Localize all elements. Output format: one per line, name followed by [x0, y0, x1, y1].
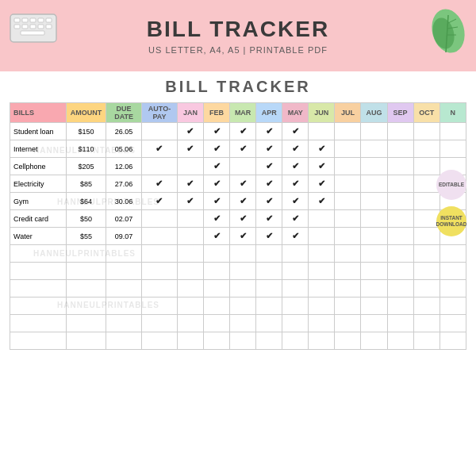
table-row: Water$5509.07✔✔✔✔ [10, 228, 466, 245]
svg-rect-9 [38, 25, 44, 29]
cell-month-may [282, 315, 309, 332]
th-jul: JUL [335, 103, 361, 123]
cell-month-jul [335, 193, 361, 210]
cell-month-feb [204, 280, 230, 298]
th-mar: MAR [230, 103, 256, 123]
cell-month-mar [230, 263, 256, 280]
cell-month-apr [256, 263, 282, 280]
cell-month-jul [335, 332, 361, 350]
cell-month-jun [309, 298, 335, 315]
cell-month-oct [413, 263, 440, 280]
cell-auto-pay [142, 245, 178, 263]
cell-month-nov [440, 332, 466, 350]
cell-month-mar [230, 315, 256, 332]
cell-bill-name: Water [10, 228, 67, 245]
cell-month-oct [413, 123, 440, 140]
table-row: Student loan$15026.05✔✔✔✔✔ [10, 123, 466, 140]
check-mark: ✔ [318, 161, 325, 171]
banner-title: BILL TRACKER [147, 17, 329, 42]
cell-month-nov [440, 280, 466, 298]
cell-month-jun: ✔ [309, 158, 335, 175]
cell-month-aug [361, 298, 387, 315]
cell-auto-pay [142, 210, 178, 228]
table-row: Electricity$8527.06✔✔✔✔✔✔✔ [10, 175, 466, 193]
main-content: BILL TRACKER BILLS AMOUNT DUE DATE AUTO-… [0, 71, 476, 350]
cell-month-jun: ✔ [309, 175, 335, 193]
th-aug: AUG [361, 103, 387, 123]
svg-rect-2 [22, 18, 28, 22]
cell-amount: $85 [66, 175, 106, 193]
cell-month-aug [361, 315, 387, 332]
cell-month-aug [361, 193, 387, 210]
edit-badge: EDITABLE [436, 170, 466, 200]
cell-month-apr [256, 298, 282, 315]
check-mark: ✔ [292, 178, 299, 188]
cell-month-jun [309, 315, 335, 332]
cell-due-date [106, 315, 142, 332]
cell-month-jul [335, 123, 361, 140]
check-mark: ✔ [266, 196, 273, 205]
cell-amount [66, 332, 106, 350]
cell-month-jul [335, 175, 361, 193]
check-mark: ✔ [318, 196, 325, 205]
cell-bill-name [10, 332, 67, 350]
th-duedate: DUE DATE [106, 103, 142, 123]
th-may: MAY [282, 103, 309, 123]
cell-month-jul [335, 280, 361, 298]
cell-amount [66, 280, 106, 298]
cell-due-date [106, 280, 142, 298]
cell-amount: $64 [66, 193, 106, 210]
cell-amount [66, 298, 106, 315]
cell-month-feb [204, 315, 230, 332]
cell-bill-name [10, 245, 67, 263]
cell-month-may [282, 245, 309, 263]
cell-month-apr: ✔ [256, 228, 282, 245]
check-mark: ✔ [186, 178, 194, 188]
cell-month-oct [413, 332, 440, 350]
instant-badge: INSTANT DOWNLOAD [436, 206, 466, 236]
cell-month-jul [335, 210, 361, 228]
banner-subtitle: US LETTER, A4, A5 | PRINTABLE PDF [147, 45, 329, 55]
cell-month-aug [361, 140, 387, 158]
cell-month-sep [387, 140, 413, 158]
cell-month-oct [413, 140, 440, 158]
cell-month-sep [387, 158, 413, 175]
cell-month-oct [413, 280, 440, 298]
cell-month-mar: ✔ [230, 140, 256, 158]
cell-month-sep [387, 332, 413, 350]
cell-month-aug [361, 332, 387, 350]
cell-month-jun [309, 280, 335, 298]
cell-auto-pay [142, 158, 178, 175]
cell-month-jul [335, 263, 361, 280]
check-mark: ✔ [213, 126, 221, 136]
leaf-icon [426, 3, 470, 62]
cell-month-sep [387, 123, 413, 140]
cell-month-feb: ✔ [204, 158, 230, 175]
cell-month-mar [230, 332, 256, 350]
cell-month-jan [177, 280, 203, 298]
check-mark: ✔ [155, 144, 163, 153]
table-wrapper: BILLS AMOUNT DUE DATE AUTO-PAY JAN FEB M… [10, 102, 466, 350]
cell-month-jun [309, 123, 335, 140]
check-mark: ✔ [240, 196, 247, 205]
keyboard-icon [6, 6, 62, 53]
cell-auto-pay [142, 263, 178, 280]
cell-month-jul [335, 228, 361, 245]
cell-month-oct [413, 298, 440, 315]
cell-month-may: ✔ [282, 158, 309, 175]
cell-month-aug [361, 280, 387, 298]
cell-month-nov [440, 123, 466, 140]
cell-month-may [282, 263, 309, 280]
table-row [10, 280, 466, 298]
th-bills: BILLS [10, 103, 67, 123]
table-row [10, 332, 466, 350]
cell-month-aug [361, 263, 387, 280]
check-mark: ✔ [266, 178, 273, 188]
banner-text: BILL TRACKER US LETTER, A4, A5 | PRINTAB… [147, 17, 329, 55]
cell-month-jan [177, 332, 203, 350]
svg-rect-11 [21, 31, 44, 35]
check-mark: ✔ [155, 196, 163, 205]
cell-month-jan [177, 298, 203, 315]
cell-month-oct [413, 315, 440, 332]
check-mark: ✔ [318, 144, 325, 153]
